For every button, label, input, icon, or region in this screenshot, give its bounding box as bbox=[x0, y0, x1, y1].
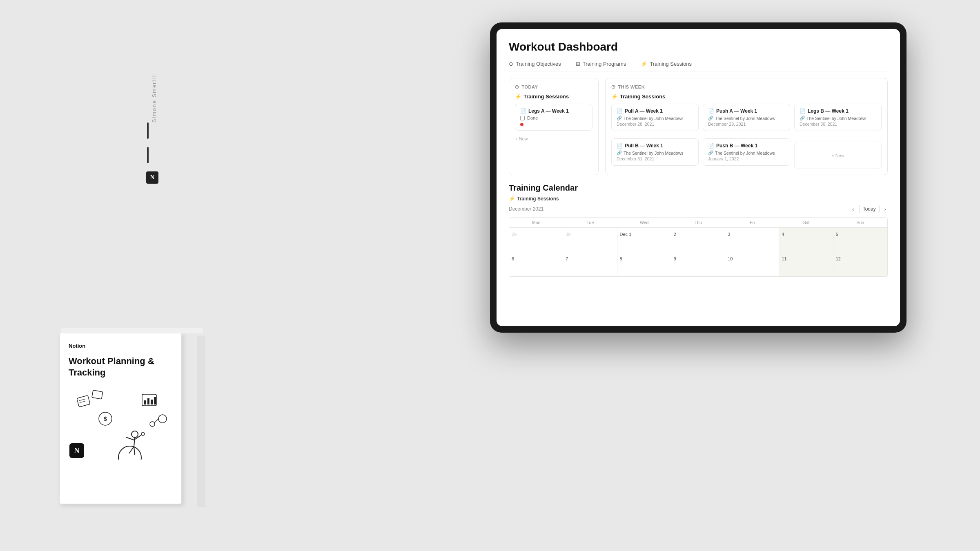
today-section-title: ⚡ Training Sessions bbox=[515, 93, 592, 100]
tablet-side-buttons bbox=[147, 122, 149, 163]
cal-day-dec11[interactable]: 11 bbox=[779, 252, 833, 277]
svg-text:$: $ bbox=[104, 415, 107, 422]
cal-day-nov30[interactable]: 30 bbox=[563, 228, 617, 252]
cal-day-dec3[interactable]: 3 bbox=[725, 228, 779, 252]
cal-day-num-dec9: 9 bbox=[674, 256, 676, 261]
svg-line-11 bbox=[134, 438, 135, 447]
week-session-sub-4: 🔗 The Sentinel by John Meadows bbox=[708, 150, 785, 156]
calendar-month: December 2021 bbox=[509, 206, 543, 212]
cal-day-dec1[interactable]: Dec 1 bbox=[617, 228, 671, 252]
week-session-program-0: The Sentinel by John Meadows bbox=[624, 116, 684, 121]
cal-day-dec12[interactable]: 12 bbox=[833, 252, 887, 277]
week-session-card-1[interactable]: 📄 Push A — Week 1 🔗 The Sentinel by John… bbox=[703, 104, 790, 131]
this-week-panel: ◷ THIS WEEK ⚡ Training Sessions 📄 Pull A… bbox=[605, 78, 888, 175]
side-button-2 bbox=[147, 147, 149, 163]
box-illustration: $ N bbox=[69, 386, 172, 460]
cal-prev-btn[interactable]: ‹ bbox=[851, 205, 855, 213]
week-session-name-3: Pull B — Week 1 bbox=[625, 143, 663, 149]
notion-logo-box: N bbox=[69, 443, 84, 458]
dashboard-title: Workout Dashboard bbox=[509, 40, 888, 53]
cal-next-btn[interactable]: › bbox=[883, 205, 888, 213]
week-session-date-0: December 28, 2021 bbox=[617, 122, 693, 127]
tab-objectives-label: Training Objectives bbox=[516, 61, 561, 67]
side-button-1 bbox=[147, 122, 149, 139]
week-session-title-3: 📄 Pull B — Week 1 bbox=[617, 143, 693, 149]
cal-day-num-dec4: 4 bbox=[782, 232, 784, 237]
week-session-name-0: Pull A — Week 1 bbox=[625, 108, 663, 114]
svg-point-19 bbox=[158, 415, 167, 423]
week-session-title-2: 📄 Legs B — Week 1 bbox=[800, 108, 876, 114]
box-product: Notion Workout Planning & Tracking bbox=[59, 333, 198, 504]
cal-header-tue: Tue bbox=[563, 218, 617, 228]
cal-today-btn[interactable]: Today bbox=[859, 205, 880, 213]
clock-icon: ◷ bbox=[515, 84, 519, 89]
svg-line-20 bbox=[154, 419, 158, 423]
cal-day-dec9[interactable]: 9 bbox=[671, 252, 725, 277]
box-title: Workout Planning & Tracking bbox=[69, 355, 172, 378]
week-session-title-4: 📄 Push B — Week 1 bbox=[708, 143, 785, 149]
cal-day-dec7[interactable]: 7 bbox=[563, 252, 617, 277]
cal-header-sat: Sat bbox=[779, 218, 833, 228]
calendar-sub-title: ⚡ Training Sessions bbox=[509, 196, 888, 202]
link-icon-0: 🔗 bbox=[617, 116, 622, 121]
svg-rect-0 bbox=[77, 395, 90, 407]
week-session-program-1: The Sentinel by John Meadows bbox=[715, 116, 775, 121]
cal-day-dec6[interactable]: 6 bbox=[509, 252, 563, 277]
box-front: Notion Workout Planning & Tracking bbox=[59, 333, 182, 504]
red-dot bbox=[520, 123, 523, 126]
today-add-new-btn[interactable]: + New bbox=[515, 134, 592, 144]
cal-day-dec8[interactable]: 8 bbox=[617, 252, 671, 277]
svg-point-14 bbox=[141, 432, 145, 435]
sessions-icon: ⚡ bbox=[641, 61, 647, 67]
tab-training-programs[interactable]: ⊞ Training Programs bbox=[576, 61, 626, 67]
cal-header-wed: Wed bbox=[617, 218, 671, 228]
this-week-label: THIS WEEK bbox=[618, 84, 645, 89]
cal-day-num-nov29: 29 bbox=[512, 232, 517, 237]
link-icon-2: 🔗 bbox=[800, 116, 805, 121]
cal-header-thu: Thu bbox=[671, 218, 725, 228]
cal-day-num-dec12: 12 bbox=[836, 256, 841, 261]
today-session-name: Legs A — Week 1 bbox=[528, 108, 569, 114]
today-session-card[interactable]: 📄 Legs A — Week 1 Done bbox=[515, 104, 592, 131]
doc-icon: 📄 bbox=[520, 108, 526, 114]
cal-day-dec2[interactable]: 2 bbox=[671, 228, 725, 252]
today-add-new-label: + New bbox=[515, 136, 528, 141]
week-session-card-2[interactable]: 📄 Legs B — Week 1 🔗 The Sentinel by John… bbox=[794, 104, 882, 131]
cal-day-nov29[interactable]: 29 bbox=[509, 228, 563, 252]
week-session-date-3: December 31, 2021 bbox=[617, 156, 693, 161]
tab-training-objectives[interactable]: ⊙ Training Objectives bbox=[509, 61, 561, 67]
calendar-grid: Mon Tue Wed Thu Fri Sat Sun 29 30 Dec 1 … bbox=[509, 217, 888, 277]
cal-day-dec5[interactable]: 5 bbox=[833, 228, 887, 252]
doc-icon-2: 📄 bbox=[800, 108, 806, 114]
week-session-card-3[interactable]: 📄 Pull B — Week 1 🔗 The Sentinel by John… bbox=[611, 138, 699, 166]
box-brand: Notion bbox=[69, 343, 172, 349]
cal-header-fri: Fri bbox=[725, 218, 779, 228]
cal-day-num-dec7: 7 bbox=[566, 256, 568, 261]
cal-day-dec4[interactable]: 4 bbox=[779, 228, 833, 252]
today-session-title: 📄 Legs A — Week 1 bbox=[520, 108, 587, 114]
week-add-new-label: + New bbox=[831, 153, 844, 158]
notion-n-label: N bbox=[74, 447, 80, 455]
link-icon-4: 🔗 bbox=[708, 150, 713, 156]
today-checkbox[interactable]: Done bbox=[520, 116, 587, 120]
week-session-sub-2: 🔗 The Sentinel by John Meadows bbox=[800, 116, 876, 121]
week-session-card-4[interactable]: 📄 Push B — Week 1 🔗 The Sentinel by John… bbox=[703, 138, 790, 166]
svg-rect-5 bbox=[144, 400, 146, 404]
cal-day-dec10[interactable]: 10 bbox=[725, 252, 779, 277]
doc-icon-0: 📄 bbox=[617, 108, 623, 114]
cal-day-num-dec8: 8 bbox=[620, 256, 622, 261]
svg-line-12 bbox=[126, 437, 134, 440]
svg-point-10 bbox=[131, 431, 138, 438]
week-session-sub-0: 🔗 The Sentinel by John Meadows bbox=[617, 116, 693, 121]
svg-line-15 bbox=[129, 447, 134, 453]
svg-rect-6 bbox=[147, 398, 149, 404]
today-label: TODAY bbox=[522, 84, 538, 89]
week-add-new-btn[interactable]: + New bbox=[794, 142, 882, 169]
tab-training-sessions[interactable]: ⚡ Training Sessions bbox=[641, 61, 692, 67]
doc-icon-3: 📄 bbox=[617, 143, 623, 149]
week-session-card-0[interactable]: 📄 Pull A — Week 1 🔗 The Sentinel by John… bbox=[611, 104, 699, 131]
box-container: Notion Workout Planning & Tracking bbox=[59, 333, 198, 504]
svg-line-2 bbox=[80, 401, 85, 403]
cal-day-num-nov30: 30 bbox=[566, 232, 570, 237]
cal-sessions-icon: ⚡ bbox=[509, 196, 515, 202]
